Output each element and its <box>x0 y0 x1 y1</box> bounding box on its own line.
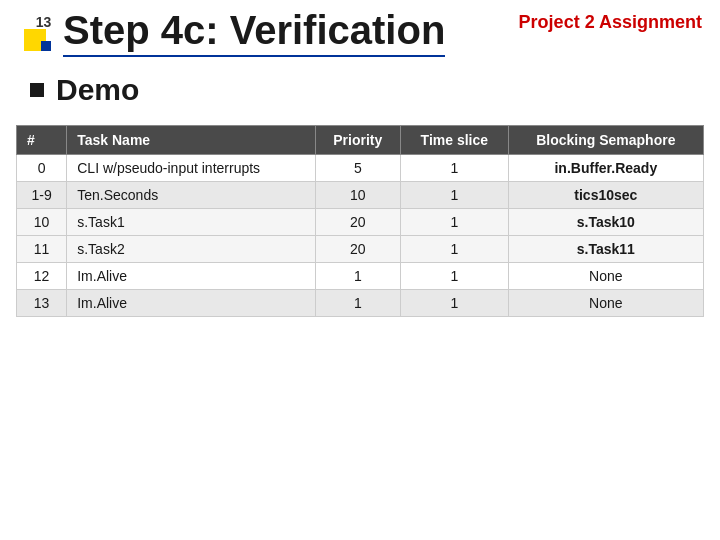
task-table-container: # Task Name Priority Time slice Blocking… <box>16 125 704 317</box>
divider <box>63 55 445 57</box>
cell-priority: 5 <box>315 155 400 182</box>
cell-task: s.Task2 <box>67 236 315 263</box>
cell-semaphore: in.Buffer.Ready <box>508 155 703 182</box>
step-title: Step 4c: Verification <box>63 8 445 53</box>
table-header-row: # Task Name Priority Time slice Blocking… <box>17 126 704 155</box>
blue-square <box>41 41 51 51</box>
col-header-semaphore: Blocking Semaphore <box>508 126 703 155</box>
cell-timeslice: 1 <box>400 182 508 209</box>
cell-task: Im.Alive <box>67 290 315 317</box>
project-assignment-title: Project 2 Assignment <box>519 12 702 33</box>
col-header-task: Task Name <box>67 126 315 155</box>
cell-num: 11 <box>17 236 67 263</box>
cell-semaphore: tics10sec <box>508 182 703 209</box>
cell-num: 12 <box>17 263 67 290</box>
cell-timeslice: 1 <box>400 209 508 236</box>
table-row: 0CLI w/pseudo-input interrupts51in.Buffe… <box>17 155 704 182</box>
bullet-item: Demo <box>30 73 720 107</box>
cell-semaphore: None <box>508 290 703 317</box>
cell-priority: 1 <box>315 290 400 317</box>
col-header-priority: Priority <box>315 126 400 155</box>
col-header-num: # <box>17 126 67 155</box>
cell-timeslice: 1 <box>400 236 508 263</box>
table-row: 13Im.Alive11None <box>17 290 704 317</box>
cell-semaphore: None <box>508 263 703 290</box>
table-row: 1-9Ten.Seconds101tics10sec <box>17 182 704 209</box>
cell-priority: 10 <box>315 182 400 209</box>
cell-timeslice: 1 <box>400 290 508 317</box>
cell-timeslice: 1 <box>400 263 508 290</box>
cell-num: 0 <box>17 155 67 182</box>
cell-num: 1-9 <box>17 182 67 209</box>
bullet-dot <box>30 83 44 97</box>
cell-priority: 20 <box>315 236 400 263</box>
cell-semaphore: s.Task11 <box>508 236 703 263</box>
cell-task: Ten.Seconds <box>67 182 315 209</box>
cell-timeslice: 1 <box>400 155 508 182</box>
cell-task: s.Task1 <box>67 209 315 236</box>
cell-task: CLI w/pseudo-input interrupts <box>67 155 315 182</box>
slide-number: 13 <box>28 15 52 29</box>
table-row: 11s.Task2201s.Task11 <box>17 236 704 263</box>
cell-num: 13 <box>17 290 67 317</box>
demo-label: Demo <box>56 73 139 107</box>
cell-priority: 1 <box>315 263 400 290</box>
cell-semaphore: s.Task10 <box>508 209 703 236</box>
accent-decoration <box>24 29 51 51</box>
task-table: # Task Name Priority Time slice Blocking… <box>16 125 704 317</box>
cell-task: Im.Alive <box>67 263 315 290</box>
col-header-timeslice: Time slice <box>400 126 508 155</box>
cell-num: 10 <box>17 209 67 236</box>
cell-priority: 20 <box>315 209 400 236</box>
table-row: 12Im.Alive11None <box>17 263 704 290</box>
table-row: 10s.Task1201s.Task10 <box>17 209 704 236</box>
